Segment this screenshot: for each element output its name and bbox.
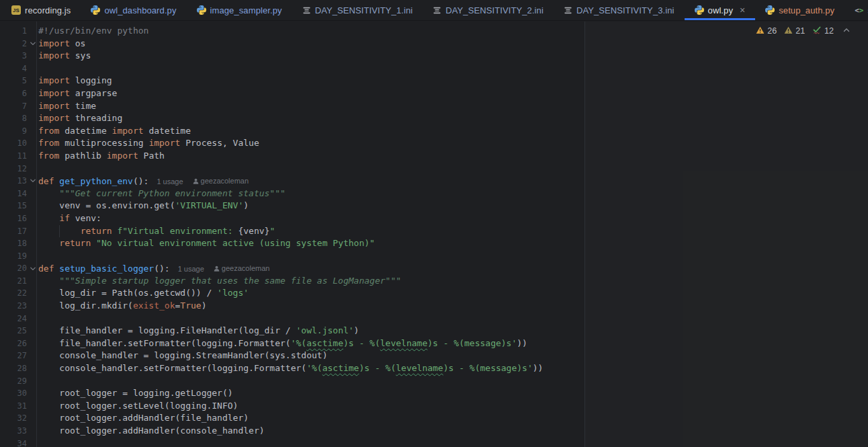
code-line-text[interactable]: import sys bbox=[38, 50, 91, 63]
line-number[interactable]: 23 bbox=[0, 300, 27, 313]
line-number[interactable]: 14 bbox=[0, 188, 27, 200]
line-number[interactable]: 13 bbox=[0, 175, 27, 188]
code-line-text[interactable]: root_logger = logging.getLogger() bbox=[38, 387, 233, 400]
code-line-text[interactable]: import logging bbox=[38, 75, 112, 87]
code-segment: 'VIRTUAL_ENV' bbox=[175, 200, 244, 210]
line-number[interactable]: 18 bbox=[0, 237, 27, 250]
line-number[interactable]: 4 bbox=[0, 63, 27, 75]
tab-day_sensitivity_1-ini[interactable]: DAY_SENSITIVITY_1.ini bbox=[292, 0, 423, 20]
line-number[interactable]: 25 bbox=[0, 325, 27, 337]
code-line-text[interactable]: from multiprocessing import Process, Val… bbox=[38, 137, 259, 150]
code-line-text[interactable]: def get_python_env():1 usagegeezacoleman bbox=[38, 175, 249, 188]
code-line-text[interactable]: import time bbox=[38, 100, 96, 113]
code-line: 1#!/usr/bin/env python bbox=[0, 25, 868, 38]
fold-arrow-icon[interactable] bbox=[27, 38, 38, 50]
line-number[interactable]: 27 bbox=[0, 350, 27, 362]
code-line-text[interactable]: """Simple startup logger that uses the s… bbox=[38, 275, 401, 288]
line-number[interactable]: 8 bbox=[0, 112, 27, 125]
code-line-text[interactable]: from pathlib import Path bbox=[38, 150, 165, 163]
tab-day_sensitivity_3-ini[interactable]: DAY_SENSITIVITY_3.ini bbox=[554, 0, 685, 20]
line-number[interactable]: 9 bbox=[0, 125, 27, 138]
code-line-text[interactable]: console_handler.setFormatter(logging.For… bbox=[38, 362, 543, 375]
usages-inlay[interactable]: 1 usage bbox=[178, 265, 204, 273]
code-segment: " bbox=[269, 226, 275, 236]
author-inlay[interactable]: geezacoleman bbox=[214, 262, 270, 275]
tab-day_sensitivity_2-ini[interactable]: DAY_SENSITIVITY_2.ini bbox=[423, 0, 554, 20]
line-number[interactable]: 17 bbox=[0, 225, 27, 238]
line-number[interactable]: 26 bbox=[0, 337, 27, 350]
fold-arrow-icon[interactable] bbox=[27, 175, 38, 188]
fold-column bbox=[27, 425, 38, 438]
code-line: 3import sys bbox=[0, 50, 868, 63]
code-line: 21 """Simple startup logger that uses th… bbox=[0, 275, 868, 288]
code-line-text[interactable]: import argparse bbox=[38, 87, 117, 100]
tab-close-icon[interactable]: × bbox=[740, 5, 745, 15]
line-number[interactable]: 28 bbox=[0, 362, 27, 375]
line-number[interactable]: 21 bbox=[0, 275, 27, 288]
line-number[interactable]: 7 bbox=[0, 100, 27, 113]
line-number[interactable]: 11 bbox=[0, 150, 27, 163]
tab-owl-py[interactable]: owl.py× bbox=[685, 0, 756, 20]
code-line-text[interactable]: venv = os.environ.get('VIRTUAL_ENV') bbox=[38, 200, 249, 212]
line-number[interactable]: 31 bbox=[0, 400, 27, 413]
line-number[interactable]: 10 bbox=[0, 137, 27, 150]
warnings-indicator[interactable]: 26 bbox=[756, 26, 777, 36]
code-editor[interactable]: 1#!/usr/bin/env python2import os3import … bbox=[0, 22, 868, 447]
tab-stream-html[interactable]: <>stream.html bbox=[844, 0, 868, 20]
code-line-text[interactable]: root_logger.setLevel(logging.INFO) bbox=[38, 400, 238, 413]
fold-column bbox=[27, 350, 38, 362]
code-segment bbox=[38, 238, 59, 248]
code-segment: import bbox=[38, 75, 70, 85]
line-number[interactable]: 20 bbox=[0, 262, 27, 275]
code-line-text[interactable]: """Get current Python environment status… bbox=[38, 188, 286, 200]
tab-recording-js[interactable]: JSrecording.js bbox=[1, 0, 81, 20]
usages-inlay[interactable]: 1 usage bbox=[157, 177, 183, 186]
code-line-text[interactable]: return f"Virtual environment: {venv}" bbox=[38, 225, 275, 238]
code-segment: time bbox=[70, 101, 96, 111]
line-number[interactable]: 30 bbox=[0, 387, 27, 400]
line-number[interactable]: 32 bbox=[0, 412, 27, 425]
code-line-text[interactable]: def setup_basic_logger():1 usagegeezacol… bbox=[38, 262, 269, 275]
code-line-text[interactable]: if venv: bbox=[38, 212, 101, 225]
chevron-up-icon[interactable] bbox=[842, 26, 851, 36]
line-number[interactable]: 19 bbox=[0, 250, 27, 263]
code-line-text[interactable]: file_handler = logging.FileHandler(log_d… bbox=[38, 325, 359, 337]
tab-setup_auth-py[interactable]: setup_auth.py bbox=[755, 0, 844, 20]
code-line-text[interactable]: #!/usr/bin/env python bbox=[38, 25, 148, 38]
author-icon bbox=[214, 266, 220, 272]
fold-column bbox=[27, 237, 38, 250]
code-line-text[interactable]: import threading bbox=[38, 112, 122, 125]
author-inlay[interactable]: geezacoleman bbox=[193, 175, 249, 188]
line-number[interactable]: 1 bbox=[0, 25, 27, 38]
line-number[interactable]: 33 bbox=[0, 425, 27, 438]
line-number[interactable]: 16 bbox=[0, 212, 27, 225]
weak-warnings-indicator[interactable]: 21 bbox=[784, 26, 805, 36]
code-line-text[interactable]: return "No virtual environment active (u… bbox=[38, 237, 375, 250]
line-number[interactable]: 3 bbox=[0, 50, 27, 63]
line-number[interactable]: 12 bbox=[0, 163, 27, 175]
line-number[interactable]: 5 bbox=[0, 75, 27, 87]
code-line: 33 root_logger.addHandler(console_handle… bbox=[0, 425, 868, 438]
code-line-text[interactable]: file_handler.setFormatter(logging.Format… bbox=[38, 337, 527, 350]
line-number[interactable]: 34 bbox=[0, 438, 27, 447]
line-number[interactable]: 15 bbox=[0, 200, 27, 212]
line-number[interactable]: 24 bbox=[0, 313, 27, 325]
code-line-text[interactable]: log_dir.mkdir(exist_ok=True) bbox=[38, 300, 206, 313]
line-number[interactable]: 22 bbox=[0, 287, 27, 300]
typos-indicator[interactable]: 12 bbox=[812, 26, 834, 36]
tab-image_sampler-py[interactable]: image_sampler.py bbox=[187, 0, 292, 20]
line-number[interactable]: 2 bbox=[0, 38, 27, 50]
code-line-text[interactable]: import os bbox=[38, 38, 85, 50]
inspections-widget[interactable]: 26 21 12 bbox=[756, 26, 851, 36]
code-line-text[interactable]: from datetime import datetime bbox=[38, 125, 191, 138]
line-number[interactable]: 6 bbox=[0, 87, 27, 100]
code-line-text[interactable]: root_logger.addHandler(console_handler) bbox=[38, 425, 265, 438]
code-segment: os bbox=[70, 38, 85, 48]
tab-owl_dashboard-py[interactable]: owl_dashboard.py bbox=[81, 0, 186, 20]
code-line-text[interactable]: console_handler = logging.StreamHandler(… bbox=[38, 350, 327, 362]
code-line-text[interactable]: log_dir = Path(os.getcwd()) / 'logs' bbox=[38, 287, 249, 300]
code-line-text[interactable]: root_logger.addHandler(file_handler) bbox=[38, 412, 249, 425]
code-line: 8import threading bbox=[0, 112, 868, 125]
fold-arrow-icon[interactable] bbox=[27, 262, 38, 275]
line-number[interactable]: 29 bbox=[0, 375, 27, 388]
